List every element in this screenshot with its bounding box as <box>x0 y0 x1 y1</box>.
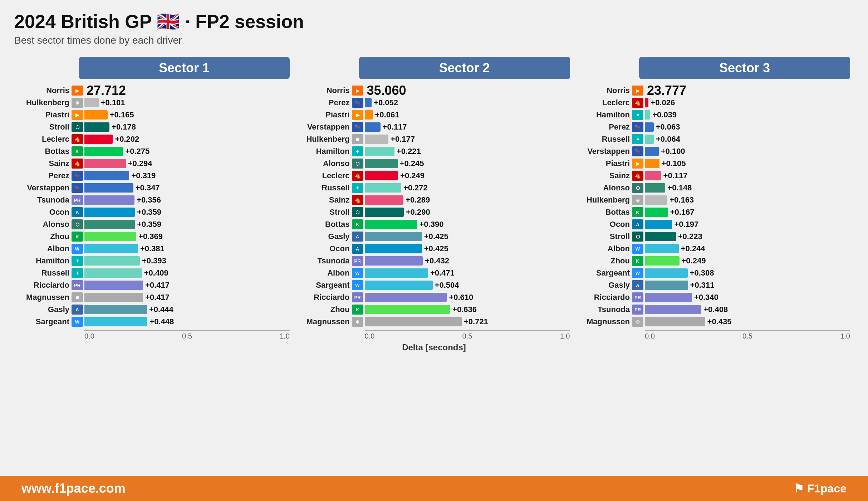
team-logo: 🐴 <box>352 171 363 181</box>
driver-name: Ricciardo <box>295 293 352 302</box>
team-logo: 🐴 <box>72 134 83 144</box>
driver-row: Norris▶35.060 <box>295 85 574 96</box>
x-axis: 0.00.51.0 <box>365 330 570 340</box>
team-logo: ⬡ <box>632 232 643 242</box>
delta-label: +0.197 <box>672 220 698 229</box>
driver-name: Gasly <box>295 232 352 241</box>
driver-row: GaslyA+0.444 <box>14 304 293 315</box>
team-logo: ⊕ <box>632 317 643 327</box>
bar-container: +0.245 <box>365 159 574 168</box>
bar-container: +0.105 <box>645 159 854 168</box>
driver-name: Albon <box>575 244 632 253</box>
delta-label: +0.356 <box>134 195 161 205</box>
delta-bar <box>84 135 113 144</box>
driver-name: Bottas <box>575 208 632 217</box>
driver-name: Ocon <box>295 244 352 253</box>
delta-bar <box>645 159 659 168</box>
delta-label: +0.061 <box>373 110 399 120</box>
team-logo: PR <box>352 292 363 302</box>
team-logo: ⬡ <box>72 122 83 132</box>
delta-bar <box>84 293 143 302</box>
bar-container: +0.381 <box>84 244 293 253</box>
bar-container: +0.221 <box>365 147 574 156</box>
driver-row: Stroll⬡+0.223 <box>575 231 854 242</box>
delta-bar <box>645 220 672 229</box>
delta-label: +0.311 <box>688 281 715 290</box>
driver-row: Norris▶23.777 <box>575 85 854 96</box>
driver-row: GaslyA+0.425 <box>295 231 574 242</box>
delta-bar <box>84 232 136 241</box>
driver-name: Stroll <box>14 122 72 132</box>
team-logo: ▶ <box>352 86 363 96</box>
axis-tick-label: 0.0 <box>645 332 655 340</box>
driver-name: Russell <box>14 268 72 278</box>
bar-container: +0.425 <box>365 232 574 241</box>
best-time-value: 23.777 <box>645 83 686 98</box>
delta-bar <box>645 147 659 156</box>
team-logo: W <box>632 268 643 278</box>
main-content: 2024 British GP 🇬🇧 · FP2 session Best se… <box>0 0 868 476</box>
delta-label: +0.167 <box>668 208 695 217</box>
driver-row: Piastri▶+0.105 <box>575 158 854 169</box>
driver-row: Magnussen⊕+0.417 <box>14 292 293 303</box>
team-logo: ✦ <box>352 183 363 193</box>
x-axis: 0.00.51.0 <box>84 330 290 340</box>
bar-container: +0.148 <box>645 183 854 193</box>
delta-label: +0.290 <box>404 208 430 217</box>
delta-label: +0.408 <box>701 305 728 314</box>
bar-container: +0.432 <box>365 256 574 266</box>
driver-name: Hulkenberg <box>295 135 352 144</box>
delta-label: +0.359 <box>135 208 161 217</box>
delta-bar <box>365 183 401 193</box>
driver-name: Tsunoda <box>14 195 72 205</box>
team-logo: ⬡ <box>352 207 363 217</box>
bar-container: +0.178 <box>84 122 293 132</box>
delta-label: +0.052 <box>372 98 398 107</box>
delta-bar <box>365 317 462 326</box>
bar-container: +0.311 <box>645 281 854 290</box>
bar-container: +0.435 <box>645 317 854 326</box>
bar-container: +0.197 <box>645 220 854 229</box>
driver-name: Tsunoda <box>575 305 632 314</box>
driver-row: ZhouK+0.636 <box>295 304 574 315</box>
delta-bar <box>84 208 135 217</box>
bar-container: 23.777 <box>645 83 854 98</box>
driver-name: Stroll <box>295 208 352 217</box>
driver-row: Alonso⬡+0.245 <box>295 158 574 169</box>
delta-bar <box>365 195 404 205</box>
bar-container: +0.272 <box>365 183 574 193</box>
delta-label: +0.100 <box>659 147 685 156</box>
footer: www.f1pace.com ⚑ F1pace <box>0 476 868 501</box>
team-logo: W <box>632 244 643 254</box>
driver-row: BottasK+0.275 <box>14 146 293 157</box>
delta-label: +0.409 <box>142 268 168 278</box>
team-logo: 🐂 <box>72 183 83 193</box>
driver-name: Tsunoda <box>295 256 352 266</box>
driver-name: Zhou <box>295 305 352 314</box>
delta-bar <box>365 171 398 180</box>
page-subtitle: Best sector times done by each driver <box>14 35 854 46</box>
team-logo: 🐂 <box>632 146 643 156</box>
driver-name: Ricciardo <box>575 293 632 302</box>
bar-container: +0.448 <box>84 317 293 326</box>
driver-row: Russell✦+0.064 <box>575 133 854 145</box>
driver-row: Verstappen🐂+0.117 <box>295 121 574 133</box>
bar-container: +0.417 <box>84 281 293 290</box>
delta-label: +0.117 <box>381 122 407 132</box>
bar-container: +0.408 <box>645 305 854 314</box>
driver-name: Magnussen <box>575 317 632 326</box>
delta-label: +0.289 <box>403 195 430 205</box>
bar-container: +0.165 <box>84 110 293 120</box>
driver-row: SargeantW+0.308 <box>575 267 854 279</box>
team-logo: W <box>72 317 83 327</box>
driver-name: Norris <box>14 86 72 95</box>
bar-container: +0.610 <box>365 293 574 302</box>
delta-bar <box>84 305 147 314</box>
driver-row: SargeantW+0.448 <box>14 316 293 327</box>
bar-container: +0.117 <box>645 171 854 180</box>
driver-name: Hulkenberg <box>14 98 72 107</box>
bar-container: +0.308 <box>645 268 854 278</box>
bar-container: +0.390 <box>365 220 574 229</box>
axis-tick-label: 0.5 <box>182 332 192 340</box>
driver-name: Ocon <box>575 220 632 229</box>
